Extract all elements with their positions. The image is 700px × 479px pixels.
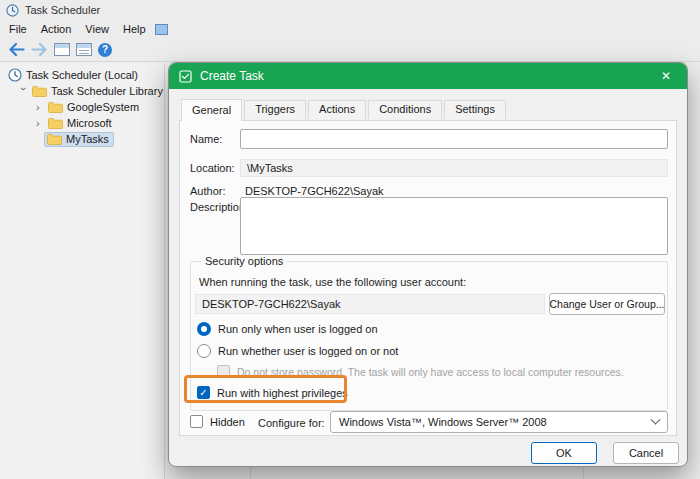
menu-file[interactable]: File [2,21,34,37]
folder-icon [32,85,47,97]
location-label: Location: [190,162,235,174]
account-value: DESKTOP-7GCH622\Sayak [195,294,545,314]
menu-bar: File Action View Help [0,20,700,38]
author-value: DESKTOP-7GCH622\Sayak [245,185,384,197]
chevron-expanded-icon[interactable]: › [20,87,28,95]
tree-item-mytasks[interactable]: MyTasks [0,131,164,147]
folder-icon [48,101,63,113]
tree-item-label: MyTasks [66,133,109,145]
ok-button[interactable]: OK [531,442,597,464]
security-options-group: Security options When running the task, … [190,261,668,411]
toolbar: ? [0,38,700,62]
radio-run-whether[interactable] [197,344,211,358]
chevron-collapsed-icon[interactable]: › [36,103,44,111]
change-user-button[interactable]: Change User or Group... [549,293,665,315]
tree-item-label: Task Scheduler Library [51,85,163,97]
forward-button[interactable] [31,42,48,57]
menu-help[interactable]: Help [116,21,153,37]
name-input[interactable] [240,129,668,149]
location-value: \MyTasks [240,159,668,177]
app-title: Task Scheduler [25,4,100,16]
highest-privileges-row: ✓ Run with highest privileges [197,386,348,399]
tree-item-microsoft[interactable]: › Microsoft [0,115,164,131]
checkbox-no-password-label: Do not store password. The task will onl… [237,366,624,378]
create-task-icon [179,70,192,83]
hidden-row: Hidden [190,415,245,428]
chevron-down-icon [651,414,661,424]
selected-tree-item: MyTasks [44,132,114,147]
tree-item-label: GoogleSystem [67,101,139,113]
configure-for-label: Configure for: [258,417,325,429]
radio-run-logged-on-label: Run only when user is logged on [218,323,378,335]
close-icon[interactable]: ✕ [645,63,687,89]
checkbox-highest-privileges-label: Run with highest privileges [217,387,348,399]
tree-item-googlesystem[interactable]: › GoogleSystem [0,99,164,115]
configure-for-select[interactable]: Windows Vista™, Windows Server™ 2008 [330,411,668,433]
name-label: Name: [190,133,222,145]
folder-icon [47,133,62,145]
checkbox-hidden[interactable] [190,415,203,428]
tree-item-label: Task Scheduler (Local) [26,69,138,81]
radio-row-whether: Run whether user is logged on or not [197,344,398,358]
app-titlebar[interactable]: Task Scheduler [0,0,700,20]
dialog-title: Create Task [200,69,264,83]
description-input[interactable] [240,197,668,255]
chevron-collapsed-icon[interactable]: › [36,119,44,127]
tab-general[interactable]: General [181,99,242,121]
tab-settings[interactable]: Settings [444,100,506,119]
checkbox-highest-privileges[interactable]: ✓ [197,386,210,399]
tab-conditions[interactable]: Conditions [368,100,442,119]
tab-triggers[interactable]: Triggers [244,100,306,119]
cancel-button[interactable]: Cancel [613,442,679,464]
create-task-dialog: Create Task ✕ General Triggers Actions C… [168,62,688,467]
configure-for-value: Windows Vista™, Windows Server™ 2008 [339,416,547,428]
radio-row-logged-on: Run only when user is logged on [197,322,378,336]
tab-strip: General Triggers Actions Conditions Sett… [181,99,508,120]
task-scheduler-app-icon [6,4,19,17]
menu-view[interactable]: View [78,21,116,37]
clock-icon [8,68,22,82]
radio-run-logged-on[interactable] [197,322,211,336]
help-icon[interactable]: ? [98,43,112,57]
security-options-title: Security options [201,255,287,267]
tree-item-label: Microsoft [67,117,112,129]
general-tab-panel: Name: Location: \MyTasks Author: DESKTOP… [179,120,677,436]
hidden-label: Hidden [210,416,245,428]
console-window-icon [155,24,168,35]
back-button[interactable] [8,42,25,57]
menu-action[interactable]: Action [34,21,79,37]
radio-run-whether-label: Run whether user is logged on or not [218,345,398,357]
tree-item-task-scheduler-local[interactable]: Task Scheduler (Local) [0,67,164,83]
account-hint: When running the task, use the following… [199,276,466,288]
folder-icon [48,117,63,129]
export-list-icon[interactable] [76,43,92,56]
navigation-tree: Task Scheduler (Local) › Task Scheduler … [0,63,165,479]
tree-item-task-scheduler-library[interactable]: › Task Scheduler Library [0,83,164,99]
dialog-titlebar[interactable]: Create Task ✕ [169,63,687,89]
no-password-row: Do not store password. The task will onl… [217,365,624,378]
tab-actions[interactable]: Actions [308,100,366,119]
checkbox-no-password [217,365,230,378]
show-console-tree-icon[interactable] [54,43,70,56]
author-label: Author: [190,185,225,197]
